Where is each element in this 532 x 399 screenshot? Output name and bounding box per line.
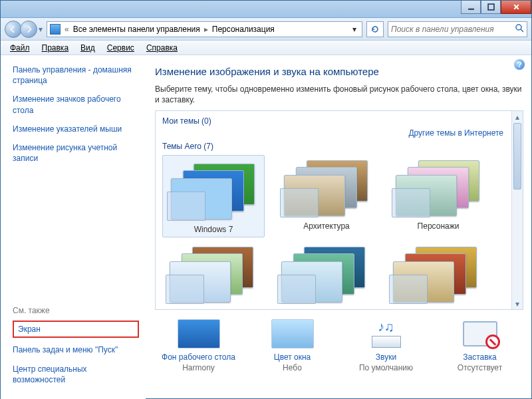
breadcrumb-all-items[interactable]: Все элементы панели управления xyxy=(73,25,200,34)
svg-line-3 xyxy=(521,29,523,32)
body: Панель управления - домашняя страница Из… xyxy=(1,55,531,399)
page-description: Выберите тему, чтобы одновременно измени… xyxy=(155,84,523,105)
see-also-header: См. также xyxy=(13,306,139,315)
main-panel: ? Изменение изображения и звука на компь… xyxy=(146,55,531,399)
option-title: Фон рабочего стола xyxy=(155,352,242,362)
option-title: Цвет окна xyxy=(249,352,336,362)
option-sounds[interactable]: ♪♫ Звуки По умолчанию xyxy=(342,319,430,372)
themes-container: Мои темы (0) Другие темы в Интернете Тем… xyxy=(155,110,523,310)
theme-item[interactable] xyxy=(274,241,374,308)
personalization-options: Фон рабочего стола Harmony Цвет окна Неб… xyxy=(155,319,523,372)
vertical-scrollbar[interactable]: ▴ ▾ xyxy=(511,111,523,309)
option-desktop-background[interactable]: Фон рабочего стола Harmony xyxy=(155,319,242,372)
address-dropdown-icon[interactable]: ▾ xyxy=(350,25,359,34)
option-subtitle: Небо xyxy=(249,363,336,372)
sidebar-change-desktop-icons[interactable]: Изменение значков рабочего стола xyxy=(13,94,139,115)
theme-windows7[interactable]: Windows 7 xyxy=(162,155,265,237)
scrollbar-thumb[interactable] xyxy=(513,123,521,190)
address-bar[interactable]: « Все элементы панели управления ▸ Персо… xyxy=(47,21,362,37)
sidebar: Панель управления - домашняя страница Из… xyxy=(1,55,146,399)
theme-label: Персонажи xyxy=(388,221,488,231)
window-color-icon xyxy=(271,319,314,348)
nav-buttons: ▾ xyxy=(5,21,43,38)
window-controls xyxy=(461,1,531,14)
breadcrumb-personalization[interactable]: Персонализация xyxy=(212,25,275,34)
forbidden-icon xyxy=(485,334,500,349)
search-icon[interactable] xyxy=(515,23,524,35)
menu-view[interactable]: Вид xyxy=(75,42,100,54)
search-input[interactable] xyxy=(391,25,515,34)
titlebar xyxy=(1,1,531,18)
history-dropdown-icon[interactable]: ▾ xyxy=(39,25,43,34)
sounds-icon: ♪♫ xyxy=(365,319,408,348)
maximize-button[interactable] xyxy=(481,1,501,14)
theme-thumbnail xyxy=(389,244,482,304)
option-screensaver[interactable]: Заставка Отсутствует xyxy=(436,319,523,372)
theme-item[interactable] xyxy=(162,241,262,308)
menu-tools[interactable]: Сервис xyxy=(102,42,140,54)
menu-file[interactable]: Файл xyxy=(5,42,35,54)
sidebar-change-account-picture[interactable]: Изменение рисунка учетной записи xyxy=(13,142,139,164)
theme-thumbnail xyxy=(167,161,260,221)
aero-themes-row-2 xyxy=(162,241,506,308)
scroll-up-icon[interactable]: ▴ xyxy=(512,111,523,122)
svg-point-2 xyxy=(516,25,521,30)
svg-rect-0 xyxy=(468,9,474,10)
theme-thumbnail xyxy=(280,158,373,217)
theme-thumbnail xyxy=(277,244,370,304)
location-icon xyxy=(50,24,61,35)
scroll-down-icon[interactable]: ▾ xyxy=(512,298,523,309)
close-button[interactable] xyxy=(501,1,531,14)
search-box[interactable] xyxy=(388,21,527,37)
option-subtitle: Отсутствует xyxy=(436,363,523,372)
see-also-accessibility[interactable]: Центр специальных возможностей xyxy=(13,364,139,385)
my-themes-header: Мои темы (0) xyxy=(162,116,506,126)
desktop-background-icon xyxy=(178,319,220,348)
help-icon[interactable]: ? xyxy=(514,59,525,70)
option-subtitle: Harmony xyxy=(155,363,242,372)
menu-edit[interactable]: Правка xyxy=(37,42,74,54)
breadcrumb-prefix: « xyxy=(65,25,69,34)
theme-architecture[interactable]: Архитектура xyxy=(277,155,376,237)
see-also-display[interactable]: Экран xyxy=(13,321,139,338)
address-toolbar: ▾ « Все элементы панели управления ▸ Пер… xyxy=(1,18,531,41)
option-window-color[interactable]: Цвет окна Небо xyxy=(249,319,336,372)
menu-help[interactable]: Справка xyxy=(141,42,183,54)
theme-item[interactable] xyxy=(386,241,485,308)
theme-thumbnail xyxy=(392,158,485,217)
aero-themes-header: Темы Aero (7) xyxy=(162,142,506,151)
screensaver-icon xyxy=(459,319,501,348)
forward-button[interactable] xyxy=(20,21,37,38)
online-themes-link[interactable]: Другие темы в Интернете xyxy=(408,128,503,138)
breadcrumb-sep-icon: ▸ xyxy=(204,25,208,34)
svg-rect-1 xyxy=(488,4,494,10)
window-frame: ▾ « Все элементы панели управления ▸ Пер… xyxy=(0,0,532,399)
menubar: Файл Правка Вид Сервис Справка xyxy=(1,41,531,55)
theme-label: Windows 7 xyxy=(166,225,261,234)
option-subtitle: По умолчанию xyxy=(342,363,430,372)
option-title: Заставка xyxy=(436,352,523,362)
theme-label: Архитектура xyxy=(277,221,376,231)
theme-thumbnail xyxy=(166,244,259,304)
theme-characters[interactable]: Персонажи xyxy=(388,155,488,237)
see-also-taskbar[interactable]: Панель задач и меню "Пуск" xyxy=(13,344,139,355)
sidebar-change-mouse-pointers[interactable]: Изменение указателей мыши xyxy=(13,124,139,134)
sidebar-home[interactable]: Панель управления - домашняя страница xyxy=(13,65,139,86)
option-title: Звуки xyxy=(342,352,430,362)
aero-themes-row-1: Windows 7 Архитектура xyxy=(162,155,506,237)
minimize-button[interactable] xyxy=(461,1,481,14)
page-heading: Изменение изображения и звука на компьют… xyxy=(155,66,523,77)
refresh-button[interactable] xyxy=(366,21,384,37)
themes-scroll-area: Мои темы (0) Другие темы в Интернете Тем… xyxy=(156,111,511,309)
